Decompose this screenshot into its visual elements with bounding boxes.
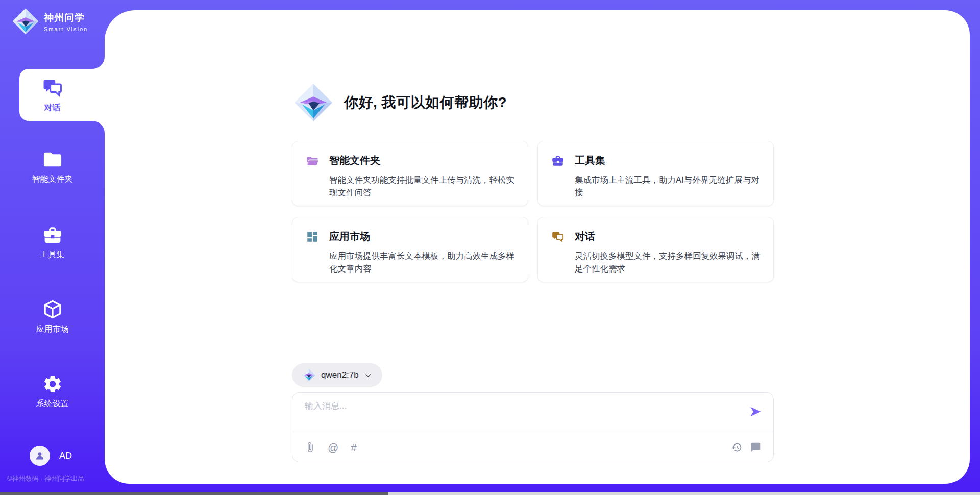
card-title: 工具集: [575, 154, 605, 167]
briefcase-icon: [551, 154, 565, 167]
greeting-text: 你好, 我可以如何帮助你?: [344, 93, 507, 112]
card-title: 智能文件夹: [329, 154, 380, 167]
card-title: 对话: [575, 230, 595, 243]
sidebar-item-smart-folder[interactable]: 智能文件夹: [0, 149, 105, 185]
composer-toolbar-right: [731, 442, 761, 453]
sidebar-item-settings[interactable]: 系统设置: [0, 374, 105, 409]
history-icon[interactable]: [731, 442, 742, 453]
scrollbar-thumb[interactable]: [0, 492, 388, 495]
sidebar-item-app-market[interactable]: 应用市场: [0, 298, 105, 335]
card-chat[interactable]: 对话 灵活切换多模型文件，支持多样回复效果调试，满足个性化需求: [537, 217, 774, 282]
message-input[interactable]: [305, 401, 733, 411]
chat-icon: [551, 230, 565, 243]
send-icon[interactable]: [749, 405, 762, 418]
card-description: 智能文件夹功能支持批量文件上传与清洗，轻松实现文件问答: [329, 174, 519, 199]
chat-square-icon[interactable]: [750, 442, 761, 453]
card-description: 集成市场上主流工具，助力AI与外界无缝扩展与对接: [575, 174, 765, 199]
greeting: 你好, 我可以如何帮助你?: [294, 83, 507, 122]
chevron-down-icon: [364, 372, 372, 379]
assistant-diamond-icon: [294, 83, 333, 122]
tab-curve-top: [92, 57, 105, 69]
user-icon: [34, 450, 46, 462]
sidebar-item-label: 应用市场: [36, 324, 69, 335]
model-selector[interactable]: qwen2:7b: [292, 363, 382, 387]
sidebar: 神州问学 Smart Vision 对话 智能文件夹 工具集 应用市场: [0, 0, 105, 495]
sidebar-item-label: 对话: [44, 103, 61, 113]
brand-name: 神州问学: [44, 11, 88, 24]
card-description: 灵活切换多模型文件，支持多样回复效果调试，满足个性化需求: [575, 250, 765, 275]
composer-toolbar: @ #: [292, 432, 773, 462]
feature-cards: 智能文件夹 智能文件夹功能支持批量文件上传与清洗，轻松实现文件问答 工具集 集成…: [292, 141, 774, 282]
card-app-market[interactable]: 应用市场 应用市场提供丰富长文本模板，助力高效生成多样化文章内容: [292, 217, 528, 282]
attachment-icon[interactable]: [305, 442, 315, 453]
card-title: 应用市场: [329, 230, 370, 243]
account-initials: AD: [59, 451, 72, 461]
account-button[interactable]: AD: [30, 445, 72, 466]
sidebar-item-toolset[interactable]: 工具集: [0, 225, 105, 260]
main-panel: 你好, 我可以如何帮助你? 智能文件夹 智能文件夹功能支持批量文件上传与清洗，轻…: [105, 10, 970, 484]
brand-subtitle: Smart Vision: [44, 26, 88, 32]
app-root: { "brand": { "name": "神州问学", "subtitle":…: [0, 0, 980, 495]
card-smart-folder[interactable]: 智能文件夹 智能文件夹功能支持批量文件上传与清洗，轻松实现文件问答: [292, 141, 528, 206]
brand-logo: 神州问学 Smart Vision: [12, 8, 88, 35]
grid-icon: [306, 230, 319, 243]
model-name: qwen2:7b: [321, 370, 359, 380]
tab-curve-bottom: [92, 121, 105, 133]
hashtag-icon[interactable]: #: [351, 442, 357, 453]
brand-diamond-icon: [12, 8, 39, 35]
chat-icon: [42, 77, 63, 98]
horizontal-scrollbar[interactable]: [0, 492, 980, 495]
sidebar-item-label: 智能文件夹: [32, 174, 73, 185]
card-toolset[interactable]: 工具集 集成市场上主流工具，助力AI与外界无缝扩展与对接: [537, 141, 774, 206]
copyright-text: ©神州数码 · 神州问学出品: [7, 474, 84, 483]
briefcase-icon: [42, 225, 63, 245]
sidebar-item-label: 工具集: [40, 250, 65, 260]
mention-icon[interactable]: @: [328, 442, 338, 453]
avatar: [30, 445, 50, 466]
card-description: 应用市场提供丰富长文本模板，助力高效生成多样化文章内容: [329, 250, 519, 275]
gear-icon: [42, 374, 63, 394]
model-diamond-icon: [302, 368, 315, 382]
folder-icon: [42, 149, 63, 170]
folder-open-icon: [306, 154, 319, 167]
message-composer: @ #: [292, 392, 774, 462]
cube-icon: [42, 299, 63, 320]
sidebar-item-chat[interactable]: 对话: [0, 69, 105, 121]
sidebar-item-label: 系统设置: [36, 399, 69, 409]
